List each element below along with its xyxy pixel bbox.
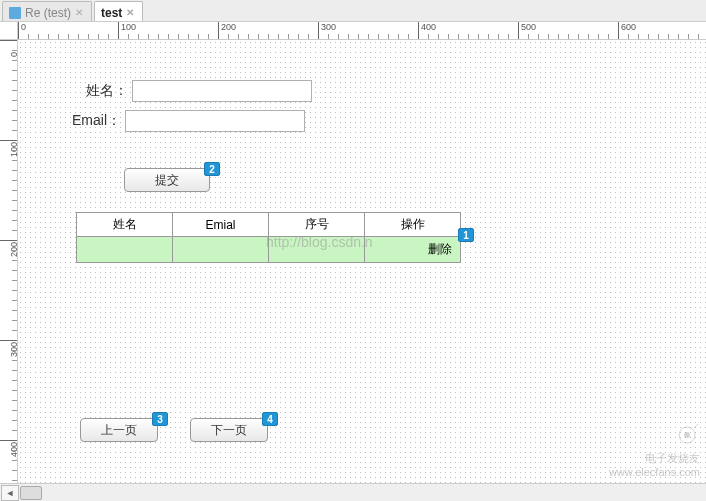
- email-input[interactable]: [125, 110, 305, 132]
- button-label: 提交: [155, 172, 179, 189]
- ruler-corner: [0, 22, 18, 40]
- data-table: 姓名 Emial 序号 操作 删除: [76, 212, 461, 263]
- next-page-button[interactable]: 下一页: [190, 418, 268, 442]
- annotation-badge-2: 2: [204, 162, 220, 176]
- tab-label: test: [101, 6, 122, 20]
- submit-button[interactable]: 提交: [124, 168, 210, 192]
- col-seq: 序号: [269, 213, 365, 237]
- col-name: 姓名: [77, 213, 173, 237]
- annotation-badge-4: 4: [262, 412, 278, 426]
- ruler-horizontal: 0 100 200 300 400 500 600: [18, 22, 706, 40]
- name-label: 姓名：: [86, 82, 128, 100]
- name-input[interactable]: [132, 80, 312, 102]
- ruler-tick: 400: [0, 440, 18, 441]
- table-row[interactable]: 删除: [77, 237, 461, 263]
- tab-bar: Re (test) ✕ test ✕: [0, 0, 706, 22]
- scroll-thumb[interactable]: [20, 486, 42, 500]
- button-label: 上一页: [101, 422, 137, 439]
- tab-label: Re (test): [25, 6, 71, 20]
- horizontal-scrollbar[interactable]: ◄: [0, 483, 706, 501]
- form-row-name: 姓名：: [86, 80, 312, 102]
- cell-email: [173, 237, 269, 263]
- button-label: 下一页: [211, 422, 247, 439]
- ruler-vertical: 0 100 200 300 400: [0, 40, 18, 483]
- tab-re-test[interactable]: Re (test) ✕: [2, 1, 92, 21]
- scroll-left-icon[interactable]: ◄: [1, 485, 19, 501]
- table-header-row: 姓名 Emial 序号 操作: [77, 213, 461, 237]
- ruler-tick: 0: [18, 22, 26, 40]
- ruler-tick: 300: [0, 340, 18, 341]
- cell-name: [77, 237, 173, 263]
- tab-test[interactable]: test ✕: [94, 1, 143, 21]
- ruler-tick: 0: [0, 40, 18, 41]
- col-email: Emial: [173, 213, 269, 237]
- delete-link[interactable]: 删除: [428, 242, 452, 256]
- design-canvas[interactable]: 姓名： Email： 提交 2 姓名 Emial 序号 操作 删除 1 http…: [18, 40, 706, 483]
- cell-seq: [269, 237, 365, 263]
- email-label: Email：: [72, 112, 121, 130]
- annotation-badge-3: 3: [152, 412, 168, 426]
- form-row-email: Email：: [72, 110, 305, 132]
- ruler-tick: 100: [0, 140, 18, 141]
- col-action: 操作: [365, 213, 461, 237]
- prev-page-button[interactable]: 上一页: [80, 418, 158, 442]
- close-icon[interactable]: ✕: [126, 7, 134, 18]
- ruler-tick: 200: [0, 240, 18, 241]
- close-icon[interactable]: ✕: [75, 7, 83, 18]
- cell-action[interactable]: 删除: [365, 237, 461, 263]
- window-icon: [9, 7, 21, 19]
- annotation-badge-1: 1: [458, 228, 474, 242]
